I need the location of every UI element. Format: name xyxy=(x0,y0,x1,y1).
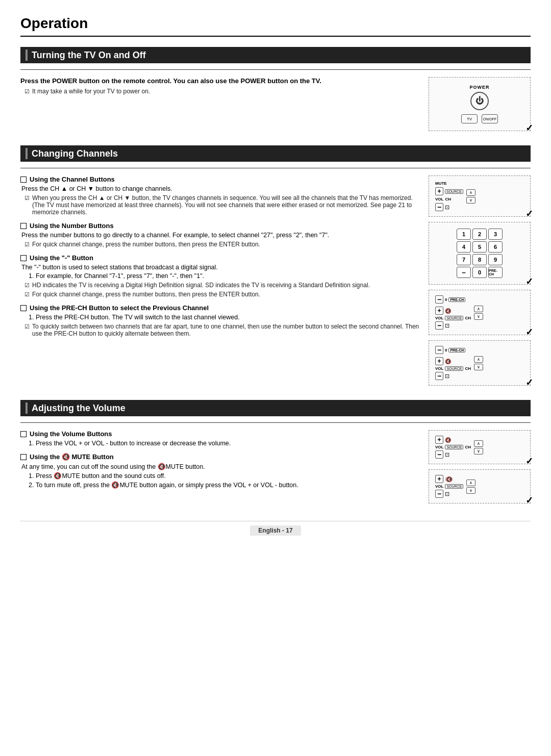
pre-ch-btn[interactable]: PRE-CH xyxy=(488,267,503,278)
vol-plus-d1[interactable]: + xyxy=(435,187,443,195)
num-9[interactable]: 9 xyxy=(488,254,503,265)
source-d4[interactable]: SOURCE xyxy=(445,366,463,371)
ch-dn-d1[interactable]: ∨ xyxy=(466,197,475,204)
num-6[interactable]: 6 xyxy=(488,241,503,253)
section-body-channels: Using the Channel Buttons Press the CH ▲… xyxy=(20,175,531,388)
checkbox-icon-num xyxy=(20,223,27,229)
note-dash-1: ☑ HD indicates the TV is receiving a Dig… xyxy=(24,282,420,289)
num-4[interactable]: 4 xyxy=(457,241,471,253)
num-btn-body: Press the number buttons to go directly … xyxy=(21,232,420,239)
vol-minus-v1[interactable]: − xyxy=(435,450,443,459)
subsection-mute-title: Using the 🔇 MUTE Button xyxy=(20,453,420,461)
tv-button[interactable]: TV xyxy=(461,114,478,123)
vol-d4: VOL xyxy=(435,366,443,371)
mute-step-1: Press 🔇MUTE button and the sound cuts of… xyxy=(36,472,420,480)
num-dash[interactable]: − xyxy=(457,267,471,278)
ch-up-d3[interactable]: ∧ xyxy=(474,306,483,312)
mute-label-d1: MUTE xyxy=(435,181,447,186)
mute-btn-title-text: Using the 🔇 MUTE Button xyxy=(30,453,114,461)
remote-box-mute: + 🔇 VOL SOURCE − ⊡ xyxy=(429,469,531,503)
vol-minus-d4[interactable]: − xyxy=(435,372,443,380)
vol-plus-vm[interactable]: + xyxy=(435,475,443,483)
vol-btn-steps: Press the VOL + or VOL - button to incre… xyxy=(36,440,420,447)
vol-minus-d3[interactable]: − xyxy=(435,321,443,330)
vol-minus-vm[interactable]: − xyxy=(435,490,443,498)
section-heading-turning-tv: Turning the TV On and Off xyxy=(20,47,531,63)
ch-up-d4[interactable]: ∧ xyxy=(474,356,483,363)
source-d3[interactable]: SOURCE xyxy=(445,316,463,320)
source-vm[interactable]: SOURCE xyxy=(445,484,463,489)
section-heading-channels: Changing Channels xyxy=(20,145,531,162)
onoff-label: ON/OFF xyxy=(483,117,496,121)
subsection-vol-btn-title: Using the Volume Buttons xyxy=(20,430,420,438)
checkbox-icon-vol xyxy=(20,431,27,437)
antenna-d3: ⊡ xyxy=(445,322,449,329)
onoff-button[interactable]: ON/OFF xyxy=(482,114,498,123)
checkbox-icon-dash xyxy=(20,255,27,261)
checkbox-icon-ch xyxy=(20,177,27,183)
num-1[interactable]: 1 xyxy=(457,229,471,240)
section-body-turning-tv: Press the POWER button on the remote con… xyxy=(20,77,531,133)
note-num-btn: ☑ For quick channel change, press the nu… xyxy=(24,241,420,248)
section-divider xyxy=(20,69,531,70)
checkbox-icon-prech xyxy=(20,305,27,311)
note-prech: ☑ To quickly switch between two channels… xyxy=(24,323,420,337)
num-7[interactable]: 7 xyxy=(457,254,471,265)
diagram-channels: MUTE + SOURCE VOL CH xyxy=(429,175,531,388)
dash-d4[interactable]: − xyxy=(435,346,443,354)
num-2[interactable]: 2 xyxy=(472,229,487,240)
antenna-v1: ⊡ xyxy=(445,451,449,458)
prech-d3[interactable]: PRE-CH xyxy=(448,297,465,302)
vol-plus-v1[interactable]: + xyxy=(435,436,443,444)
check-arrow-dash: ✓ xyxy=(525,326,533,338)
section-text-channels: Using the Channel Buttons Press the CH ▲… xyxy=(20,175,420,388)
dash-btn-body: The "-" button is used to select station… xyxy=(21,264,420,271)
mute-steps: Press 🔇MUTE button and the sound cuts of… xyxy=(36,472,420,489)
diagram-power: POWER ⏻ TV ON/OFF ✓ xyxy=(429,77,531,133)
check-arrow-power: ✓ xyxy=(525,122,533,134)
remote-box-power: POWER ⏻ TV ON/OFF ✓ xyxy=(429,77,531,131)
mute-icon-vm[interactable]: 🔇 xyxy=(445,476,453,482)
zero-d4[interactable]: 0 xyxy=(445,348,447,352)
source-btn-d1[interactable]: SOURCE xyxy=(445,189,463,194)
remote-bottom-buttons: TV ON/OFF xyxy=(461,114,498,123)
ch-dn-d4[interactable]: ∨ xyxy=(474,364,483,370)
dash-btn-title-text: Using the "-" Button xyxy=(30,254,93,262)
num-3[interactable]: 3 xyxy=(488,229,503,240)
remote-box-dash: − 0 PRE-CH + 🔇 VOL SOURCE C xyxy=(429,290,531,335)
source-v1[interactable]: SOURCE xyxy=(445,445,463,449)
note-text: It may take a while for your TV to power… xyxy=(32,88,150,95)
ch-dn-v1[interactable]: ∨ xyxy=(474,448,483,455)
remote-box-ch1: MUTE + SOURCE VOL CH xyxy=(429,175,531,217)
ch-label-d1: CH xyxy=(445,197,451,201)
remote-box-prech: − 0 PRE-CH + 🔇 VOL SOURCE C xyxy=(429,340,531,386)
subsection-prech-title: Using the PRE-CH Button to select the Pr… xyxy=(20,304,420,312)
section-adjusting-volume: Adjusting the Volume Using the Volume Bu… xyxy=(20,400,531,506)
ch-dn-vm[interactable]: ∨ xyxy=(466,487,475,494)
ch-v1: CH xyxy=(465,445,471,449)
num-5[interactable]: 5 xyxy=(472,241,487,253)
note-ch-btn: ☑ When you press the CH ▲ or CH ▼ button… xyxy=(24,194,420,216)
note-icon-ch: ☑ xyxy=(24,195,30,201)
zero-d3[interactable]: 0 xyxy=(445,297,447,302)
prech-d4[interactable]: PRE-CH xyxy=(448,348,465,352)
vol-plus-d4[interactable]: + xyxy=(435,357,443,365)
power-button[interactable]: ⏻ xyxy=(470,92,489,110)
antenna-d4: ⊡ xyxy=(445,373,449,380)
num-8[interactable]: 8 xyxy=(472,254,487,265)
ch-up-d1[interactable]: ∧ xyxy=(466,189,475,196)
dash-step-1: For example, for Channel "7-1", press "7… xyxy=(36,272,420,280)
num-0[interactable]: 0 xyxy=(472,267,487,278)
vol-minus-d1[interactable]: − xyxy=(435,203,443,211)
ch-up-v1[interactable]: ∧ xyxy=(474,440,483,447)
vol-plus-d3[interactable]: + xyxy=(435,307,443,315)
ch-up-vm[interactable]: ∧ xyxy=(466,480,475,486)
vol-vm: VOL xyxy=(435,484,443,489)
prech-steps: Press the PRE-CH button. The TV will swi… xyxy=(36,314,420,321)
check-arrow-prech: ✓ xyxy=(525,377,533,388)
dash-minus-d3[interactable]: − xyxy=(435,295,443,304)
ch-d3: CH xyxy=(465,316,471,320)
subsection-num-btn-title: Using the Number Buttons xyxy=(20,222,420,230)
ch-dn-d3[interactable]: ∨ xyxy=(474,313,483,320)
checkbox-icon-mute xyxy=(20,454,27,460)
